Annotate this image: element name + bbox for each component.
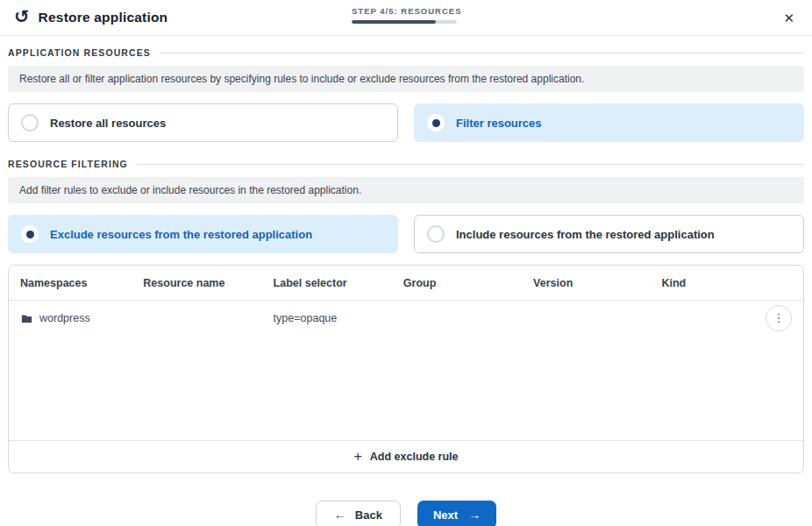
add-rule-label: Add exclude rule [370,451,459,463]
table-header-row: Namespaces Resource name Label selector … [9,266,803,301]
add-rule-row: + Add exclude rule [9,440,803,473]
next-button[interactable]: Next → [417,501,496,526]
arrow-right-icon: → [468,508,481,522]
radio-dot [432,119,440,127]
radio-selected-icon[interactable] [427,114,445,132]
col-version: Version [522,277,650,289]
close-button[interactable]: ✕ [780,8,798,28]
resource-filtering-options: Exclude resources from the restored appl… [8,215,804,253]
col-kind: Kind [650,277,754,289]
restore-icon: ↺ [14,7,30,25]
radio-unselected-icon[interactable] [427,225,445,243]
close-icon: ✕ [783,11,794,25]
wizard-footer: ← Back Next → [8,501,804,526]
filter-rules-table: Namespaces Resource name Label selector … [8,265,804,473]
arrow-left-icon: ← [334,508,346,522]
application-resources-info: Restore all or filter application resour… [8,66,804,92]
application-resources-label: APPLICATION RESOURCES [8,47,151,58]
label-selector-cell: type=opaque [262,312,392,324]
step-indicator: STEP 4/5: RESOURCES [352,6,460,24]
back-button[interactable]: ← Back [316,501,401,526]
wizard-content: APPLICATION RESOURCES Restore all or fil… [0,47,812,526]
progress-fill [352,20,436,24]
progress-bar [352,20,457,24]
col-resource-name: Resource name [132,277,261,289]
namespace-value: wordpress [39,312,90,324]
namespace-cell: wordpress [9,312,132,325]
option-filter-resources[interactable]: Filter resources [414,103,804,142]
application-resources-options: Restore all resources Filter resources [8,103,804,142]
option-label: Include resources from the restored appl… [456,228,715,241]
kebab-icon: ⋮ [773,312,784,323]
resource-filtering-label: RESOURCE FILTERING [8,159,128,169]
radio-selected-icon[interactable] [21,225,39,243]
section-divider [137,164,804,165]
add-exclude-rule-button[interactable]: + Add exclude rule [353,450,458,464]
option-label: Exclude resources from the restored appl… [50,228,312,241]
table-empty-space [9,336,803,440]
option-label: Filter resources [456,117,542,130]
resource-filtering-info: Add filter rules to exclude or include r… [8,177,804,203]
col-namespaces: Namespaces [9,277,132,289]
application-resources-section-head: APPLICATION RESOURCES [8,47,804,58]
section-divider [160,53,804,53]
plus-icon: + [353,450,361,464]
row-actions-kebab-button[interactable]: ⋮ [766,305,792,331]
wizard-header: ↺ Restore application STEP 4/5: RESOURCE… [0,0,812,36]
option-include-resources[interactable]: Include resources from the restored appl… [414,215,804,253]
option-label: Restore all resources [50,117,166,130]
next-label: Next [433,508,458,522]
title-wrap: ↺ Restore application [14,10,167,25]
folder-icon [20,312,33,325]
resource-filtering-section-head: RESOURCE FILTERING [8,159,804,169]
col-group: Group [392,277,522,289]
option-exclude-resources[interactable]: Exclude resources from the restored appl… [8,215,398,253]
radio-dot [26,231,34,238]
page-title: Restore application [39,10,168,25]
table-row: wordpress type=opaque ⋮ [9,301,803,336]
step-label: STEP 4/5: RESOURCES [352,6,460,16]
option-restore-all-resources[interactable]: Restore all resources [8,103,398,142]
radio-unselected-icon[interactable] [21,114,39,132]
col-label-selector: Label selector [262,277,392,289]
back-label: Back [355,508,382,522]
